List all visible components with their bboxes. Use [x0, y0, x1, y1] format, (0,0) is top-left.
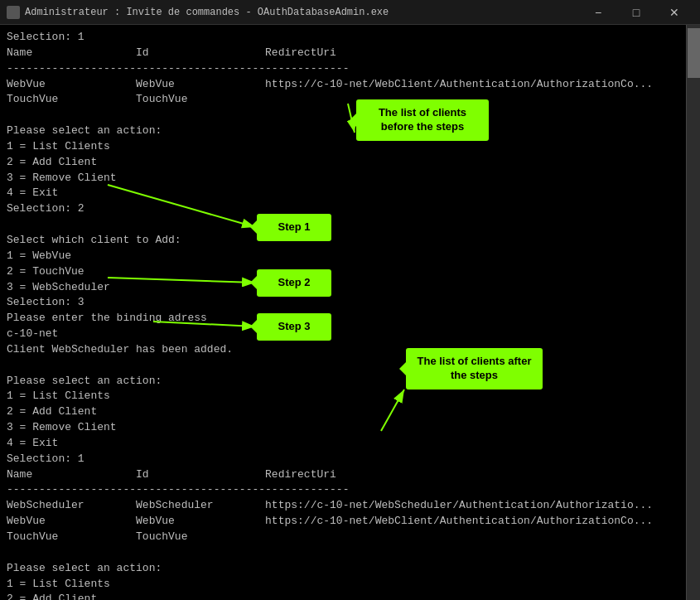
terminal-line: Selection: 2 [7, 201, 679, 217]
callout-step2: Step 2 [257, 269, 331, 297]
terminal-line: WebVue WebVue https://c-10-net/WebClient… [7, 514, 679, 530]
terminal-line: Name Id RedirectUri [7, 467, 679, 483]
terminal-line: 3 = Remove Client [7, 171, 679, 186]
window-content: Selection: 1Name Id RedirectUri---------… [0, 25, 700, 600]
terminal-line: Selection: 3 [7, 295, 679, 311]
terminal-line: Please select an action: [7, 374, 679, 390]
terminal-line: WebScheduler WebScheduler https://c-10-n… [7, 498, 679, 514]
terminal-line: 2 = TouchVue [7, 264, 679, 280]
terminal-line: TouchVue TouchVue [7, 92, 679, 108]
maximize-button[interactable]: □ [617, 0, 655, 25]
terminal-line: Select which client to Add: [7, 233, 679, 249]
callout-after-steps: The list of clients after the steps [406, 348, 543, 390]
terminal-line: 4 = Exit [7, 186, 679, 201]
callout-before-steps: The list of clients before the steps [356, 99, 489, 141]
terminal-line: Name Id RedirectUri [7, 46, 679, 61]
title-bar-text: Administrateur : Invite de commandes - O… [25, 7, 389, 18]
terminal-line: 1 = WebVue [7, 249, 679, 264]
terminal-line: 1 = List Clients [7, 577, 679, 593]
terminal-line: 2 = Add Client [7, 592, 679, 600]
terminal-line: 1 = List Clients [7, 139, 679, 155]
terminal-line [7, 358, 679, 374]
terminal-line: TouchVue TouchVue [7, 530, 679, 545]
title-bar: Administrateur : Invite de commandes - O… [0, 0, 700, 25]
minimize-button[interactable]: − [579, 0, 617, 25]
terminal-line: Client WebScheduler has been added. [7, 342, 679, 358]
close-button[interactable]: ✕ [655, 0, 693, 25]
callout-step3: Step 3 [257, 313, 331, 341]
terminal-line: ----------------------------------------… [7, 482, 679, 498]
terminal-line: 3 = WebScheduler [7, 280, 679, 296]
terminal-line: Please select an action: [7, 561, 679, 577]
terminal[interactable]: Selection: 1Name Id RedirectUri---------… [0, 25, 686, 600]
terminal-line: WebVue WebVue https://c-10-net/WebClient… [7, 77, 679, 93]
terminal-line: Selection: 1 [7, 452, 679, 467]
terminal-line: Selection: 1 [7, 30, 679, 46]
terminal-line: c-10-net [7, 327, 679, 342]
terminal-line: ----------------------------------------… [7, 61, 679, 77]
scrollbar-thumb[interactable] [688, 28, 700, 78]
terminal-line: 3 = Remove Client [7, 420, 679, 436]
cmd-icon [7, 6, 20, 19]
terminal-line: 4 = Exit [7, 436, 679, 452]
terminal-line: Please enter the binding adress [7, 311, 679, 327]
scrollbar[interactable] [686, 25, 700, 600]
terminal-line [7, 217, 679, 233]
title-bar-left: Administrateur : Invite de commandes - O… [7, 6, 389, 19]
terminal-line: 2 = Add Client [7, 155, 679, 171]
callout-step1: Step 1 [257, 214, 331, 241]
terminal-line: 2 = Add Client [7, 404, 679, 420]
terminal-line: 1 = List Clients [7, 389, 679, 404]
terminal-line [7, 545, 679, 561]
title-bar-controls: − □ ✕ [579, 0, 693, 25]
